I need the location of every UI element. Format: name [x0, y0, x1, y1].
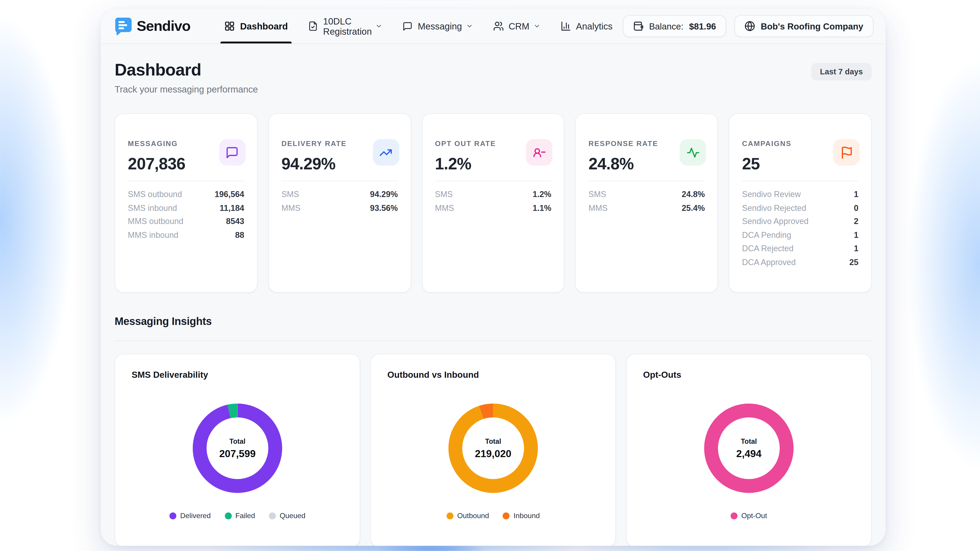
stat-breakdown: SMS outbound196,564 SMS inbound11,184 MM…	[128, 187, 244, 242]
legend-item: Queued	[269, 512, 305, 519]
tab-crm[interactable]: CRM	[483, 9, 550, 43]
tab-label: 10DLC Registration	[323, 16, 372, 36]
user-minus-icon	[526, 139, 553, 166]
tab-label: Dashboard	[240, 21, 288, 31]
legend-item: Inbound	[503, 512, 540, 519]
wallet-icon	[633, 21, 643, 32]
brand-name: Sendivo	[137, 18, 190, 35]
breakdown-row: SMS inbound11,184	[128, 201, 244, 215]
screen-background: Sendivo Dashboard 10DLC Registration	[0, 0, 980, 551]
brand-logo-icon	[115, 17, 132, 36]
breakdown-row: SMS94.29%	[281, 187, 398, 201]
message-square-icon	[219, 139, 246, 166]
date-range-badge[interactable]: Last 7 days	[811, 63, 872, 81]
tab-10dlc-registration[interactable]: 10DLC Registration	[298, 9, 393, 43]
balance-label: Balance:	[649, 21, 683, 31]
nav-right: Balance: $81.96 Bob's Roofing Company	[623, 9, 873, 43]
chevron-down-icon	[466, 23, 473, 30]
breakdown-row: DCA Pending1	[742, 228, 858, 242]
chevron-down-icon	[533, 23, 540, 30]
chart-title: Outbound vs Inbound	[387, 370, 599, 380]
tab-label: CRM	[509, 21, 530, 31]
breakdown-row: Sendivo Approved2	[742, 215, 858, 228]
breakdown-row: MMS93.56%	[281, 201, 398, 215]
chart-legend: OutboundInbound	[387, 512, 599, 519]
main-nav: Dashboard 10DLC Registration Messaging	[215, 9, 623, 43]
chart-title: SMS Deliverability	[132, 370, 343, 380]
breakdown-row: MMS inbound88	[128, 228, 244, 242]
trending-up-icon	[372, 139, 399, 166]
tab-label: Messaging	[418, 21, 462, 31]
breakdown-row: MMS1.1%	[435, 201, 551, 215]
stat-breakdown: SMS94.29% MMS93.56%	[281, 187, 398, 214]
stat-card-opt-out-rate: OPT OUT RATE 1.2% SMS1.2% MMS1.1%	[422, 113, 565, 293]
legend-item: Failed	[224, 512, 255, 519]
donut-chart-opt-outs: Total 2,494	[702, 401, 796, 495]
account-name: Bob's Roofing Company	[761, 21, 864, 31]
brand[interactable]: Sendivo	[115, 9, 190, 43]
section-divider	[115, 341, 872, 341]
tab-analytics[interactable]: Analytics	[550, 9, 622, 43]
account-pill[interactable]: Bob's Roofing Company	[734, 15, 873, 37]
chart-card-sms-deliverability: SMS Deliverability Total 207,599 Deliver…	[115, 354, 360, 546]
legend-item: Opt-Out	[731, 512, 767, 519]
tab-dashboard[interactable]: Dashboard	[215, 9, 298, 43]
breakdown-row: MMS outbound8543	[128, 215, 244, 228]
insight-charts-row: SMS Deliverability Total 207,599 Deliver…	[115, 354, 872, 546]
grid-icon	[224, 21, 235, 32]
stat-card-delivery-rate: DELIVERY RATE 94.29% SMS94.29% MMS93.56%	[268, 113, 411, 293]
message-square-icon	[402, 21, 413, 31]
breakdown-row: Sendivo Rejected0	[742, 201, 858, 215]
breakdown-row: DCA Approved25	[742, 255, 858, 269]
main-content: Dashboard Track your messaging performan…	[101, 44, 885, 546]
bar-chart-icon	[560, 21, 571, 32]
activity-icon	[680, 139, 706, 166]
page-subtitle: Track your messaging performance	[115, 84, 258, 94]
stat-cards-row: MESSAGING 207,836 SMS outbound196,564 SM…	[115, 113, 872, 293]
page-title: Dashboard	[115, 60, 258, 80]
chart-card-outbound-vs-inbound: Outbound vs Inbound Total 219,020 Outbou…	[370, 354, 616, 546]
legend-item: Delivered	[169, 512, 211, 519]
donut-svg	[702, 401, 796, 495]
donut-svg	[446, 401, 540, 495]
stat-card-response-rate: RESPONSE RATE 24.8% SMS24.8% MMS25.4%	[575, 113, 718, 293]
page-head: Dashboard Track your messaging performan…	[115, 60, 872, 95]
section-title-messaging-insights: Messaging Insights	[115, 315, 872, 328]
app-panel: Sendivo Dashboard 10DLC Registration	[101, 9, 885, 546]
balance-pill[interactable]: Balance: $81.96	[623, 15, 726, 37]
flag-icon	[833, 139, 860, 166]
stat-breakdown: SMS24.8% MMS25.4%	[589, 187, 705, 214]
breakdown-row: DCA Rejected1	[742, 242, 858, 255]
tab-label: Analytics	[576, 21, 612, 31]
breakdown-row: SMS1.2%	[435, 187, 551, 201]
legend-item: Outbound	[447, 512, 489, 519]
stat-breakdown: Sendivo Review1 Sendivo Rejected0 Sendiv…	[742, 187, 858, 269]
breakdown-row: Sendivo Review1	[742, 187, 858, 201]
breakdown-row: SMS outbound196,564	[128, 187, 244, 201]
stat-card-campaigns: CAMPAIGNS 25 Sendivo Review1 Sendivo Rej…	[729, 113, 872, 293]
donut-chart-outbound-vs-inbound: Total 219,020	[446, 401, 540, 495]
donut-svg	[190, 401, 285, 495]
chevron-down-icon	[375, 23, 383, 30]
balance-value: $81.96	[689, 21, 716, 31]
chart-title: Opt-Outs	[643, 370, 855, 380]
users-icon	[493, 21, 504, 32]
file-check-icon	[308, 21, 318, 32]
chart-card-opt-outs: Opt-Outs Total 2,494 Opt-Out	[626, 354, 872, 546]
breakdown-row: MMS25.4%	[589, 201, 705, 215]
top-navbar: Sendivo Dashboard 10DLC Registration	[101, 9, 885, 44]
chart-legend: DeliveredFailedQueued	[132, 512, 343, 519]
stat-card-messaging: MESSAGING 207,836 SMS outbound196,564 SM…	[115, 113, 258, 293]
breakdown-row: SMS24.8%	[589, 187, 705, 201]
stat-breakdown: SMS1.2% MMS1.1%	[435, 187, 551, 214]
chart-legend: Opt-Out	[643, 512, 855, 519]
globe-icon	[744, 21, 755, 32]
tab-messaging[interactable]: Messaging	[393, 9, 483, 43]
donut-chart-sms-deliverability: Total 207,599	[190, 401, 285, 495]
